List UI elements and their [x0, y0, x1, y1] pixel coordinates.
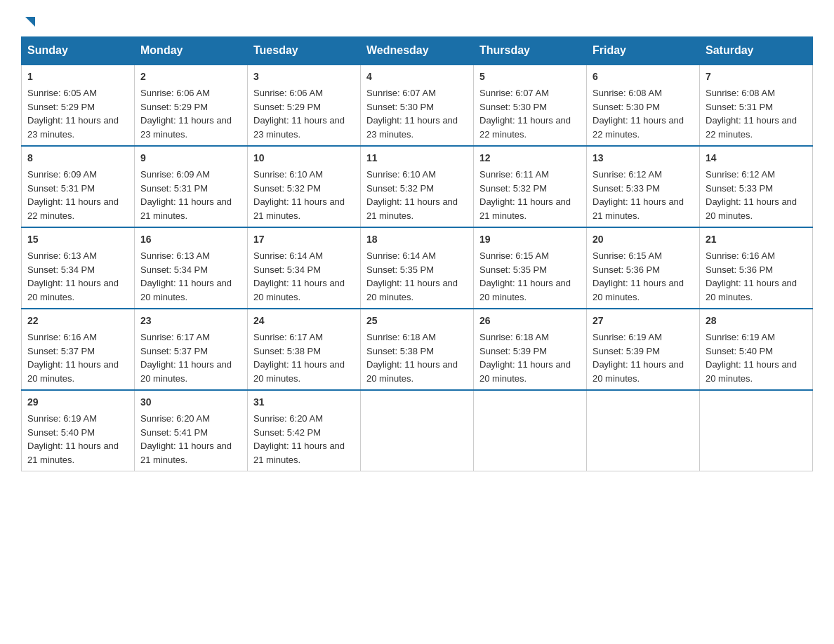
calendar-cell: 10 Sunrise: 6:10 AM Sunset: 5:32 PM Dayl… [248, 146, 361, 227]
day-number: 1 [27, 69, 128, 84]
calendar-cell: 1 Sunrise: 6:05 AM Sunset: 5:29 PM Dayli… [22, 65, 135, 146]
sunset-label: Sunset: 5:29 PM [27, 102, 95, 112]
day-number: 9 [140, 151, 241, 166]
calendar-cell: 2 Sunrise: 6:06 AM Sunset: 5:29 PM Dayli… [135, 65, 248, 146]
calendar-cell: 28 Sunrise: 6:19 AM Sunset: 5:40 PM Dayl… [700, 309, 813, 390]
day-number: 20 [593, 232, 694, 247]
day-number: 8 [27, 151, 128, 166]
calendar-week-row: 22 Sunrise: 6:16 AM Sunset: 5:37 PM Dayl… [22, 309, 813, 390]
calendar-cell: 6 Sunrise: 6:08 AM Sunset: 5:30 PM Dayli… [587, 65, 700, 146]
calendar-cell: 16 Sunrise: 6:13 AM Sunset: 5:34 PM Dayl… [135, 227, 248, 309]
sunrise-label: Sunrise: 6:17 AM [253, 332, 323, 342]
day-number: 7 [706, 69, 807, 84]
sunset-label: Sunset: 5:30 PM [479, 102, 547, 112]
calendar-table: SundayMondayTuesdayWednesdayThursdayFrid… [21, 36, 813, 471]
sunset-label: Sunset: 5:39 PM [593, 346, 660, 356]
sunrise-label: Sunrise: 6:09 AM [27, 169, 97, 180]
sunset-label: Sunset: 5:38 PM [253, 346, 321, 356]
daylight-label: Daylight: 11 hours and 20 minutes. [706, 278, 797, 302]
daylight-label: Daylight: 11 hours and 21 minutes. [27, 441, 119, 465]
sunrise-label: Sunrise: 6:15 AM [593, 250, 662, 261]
calendar-cell: 11 Sunrise: 6:10 AM Sunset: 5:32 PM Dayl… [361, 146, 474, 227]
sunrise-label: Sunrise: 6:17 AM [140, 332, 210, 342]
sunrise-label: Sunrise: 6:19 AM [27, 413, 97, 424]
sunrise-label: Sunrise: 6:05 AM [27, 88, 97, 98]
sunrise-label: Sunrise: 6:07 AM [366, 88, 436, 98]
daylight-label: Daylight: 11 hours and 22 minutes. [706, 115, 797, 140]
daylight-label: Daylight: 11 hours and 21 minutes. [253, 196, 345, 221]
daylight-label: Daylight: 11 hours and 21 minutes. [253, 441, 345, 465]
daylight-label: Daylight: 11 hours and 20 minutes. [479, 359, 571, 384]
sunrise-label: Sunrise: 6:09 AM [140, 169, 210, 180]
day-number: 13 [593, 151, 694, 166]
sunrise-label: Sunrise: 6:19 AM [706, 332, 775, 342]
sunset-label: Sunset: 5:31 PM [27, 183, 95, 194]
day-number: 31 [253, 395, 355, 410]
calendar-cell: 25 Sunrise: 6:18 AM Sunset: 5:38 PM Dayl… [361, 309, 474, 390]
calendar-cell: 22 Sunrise: 6:16 AM Sunset: 5:37 PM Dayl… [22, 309, 135, 390]
sunset-label: Sunset: 5:41 PM [140, 427, 208, 438]
calendar-week-row: 8 Sunrise: 6:09 AM Sunset: 5:31 PM Dayli… [22, 146, 813, 227]
daylight-label: Daylight: 11 hours and 20 minutes. [366, 359, 458, 384]
day-number: 11 [366, 151, 468, 166]
calendar-cell: 23 Sunrise: 6:17 AM Sunset: 5:37 PM Dayl… [135, 309, 248, 390]
daylight-label: Daylight: 11 hours and 20 minutes. [253, 278, 345, 302]
daylight-label: Daylight: 11 hours and 20 minutes. [479, 278, 571, 302]
day-number: 29 [27, 395, 128, 410]
daylight-label: Daylight: 11 hours and 20 minutes. [593, 278, 684, 302]
sunset-label: Sunset: 5:35 PM [366, 264, 434, 275]
sunset-label: Sunset: 5:35 PM [479, 264, 547, 275]
sunrise-label: Sunrise: 6:15 AM [479, 250, 549, 261]
sunset-label: Sunset: 5:39 PM [479, 346, 547, 356]
calendar-cell: 8 Sunrise: 6:09 AM Sunset: 5:31 PM Dayli… [22, 146, 135, 227]
day-number: 23 [140, 314, 241, 328]
daylight-label: Daylight: 11 hours and 20 minutes. [366, 278, 458, 302]
daylight-label: Daylight: 11 hours and 22 minutes. [479, 115, 571, 140]
header-friday: Friday [587, 37, 700, 65]
calendar-cell: 12 Sunrise: 6:11 AM Sunset: 5:32 PM Dayl… [474, 146, 587, 227]
sunset-label: Sunset: 5:33 PM [706, 183, 773, 194]
sunset-label: Sunset: 5:34 PM [140, 264, 208, 275]
daylight-label: Daylight: 11 hours and 20 minutes. [593, 359, 684, 384]
sunset-label: Sunset: 5:36 PM [706, 264, 773, 275]
sunset-label: Sunset: 5:30 PM [593, 102, 660, 112]
day-number: 25 [366, 314, 468, 328]
day-number: 6 [593, 69, 694, 84]
day-number: 5 [479, 69, 581, 84]
sunrise-label: Sunrise: 6:13 AM [140, 250, 210, 261]
day-number: 2 [140, 69, 241, 84]
header-thursday: Thursday [474, 37, 587, 65]
daylight-label: Daylight: 11 hours and 20 minutes. [140, 359, 232, 384]
daylight-label: Daylight: 11 hours and 23 minutes. [140, 115, 232, 140]
calendar-cell: 31 Sunrise: 6:20 AM Sunset: 5:42 PM Dayl… [248, 390, 361, 471]
sunrise-label: Sunrise: 6:10 AM [366, 169, 436, 180]
calendar-cell: 18 Sunrise: 6:14 AM Sunset: 5:35 PM Dayl… [361, 227, 474, 309]
logo-triangle-icon [22, 14, 38, 29]
day-number: 12 [479, 151, 581, 166]
day-number: 30 [140, 395, 241, 410]
calendar-cell: 19 Sunrise: 6:15 AM Sunset: 5:35 PM Dayl… [474, 227, 587, 309]
daylight-label: Daylight: 11 hours and 21 minutes. [366, 196, 458, 221]
sunrise-label: Sunrise: 6:16 AM [706, 250, 775, 261]
sunset-label: Sunset: 5:29 PM [140, 102, 208, 112]
calendar-cell: 9 Sunrise: 6:09 AM Sunset: 5:31 PM Dayli… [135, 146, 248, 227]
day-number: 22 [27, 314, 128, 328]
sunset-label: Sunset: 5:40 PM [706, 346, 773, 356]
calendar-cell: 15 Sunrise: 6:13 AM Sunset: 5:34 PM Dayl… [22, 227, 135, 309]
calendar-cell: 27 Sunrise: 6:19 AM Sunset: 5:39 PM Dayl… [587, 309, 700, 390]
sunrise-label: Sunrise: 6:16 AM [27, 332, 97, 342]
sunset-label: Sunset: 5:32 PM [253, 183, 321, 194]
svg-marker-0 [25, 17, 35, 27]
daylight-label: Daylight: 11 hours and 23 minutes. [27, 115, 119, 140]
sunset-label: Sunset: 5:38 PM [366, 346, 434, 356]
day-number: 21 [706, 232, 807, 247]
calendar-week-row: 15 Sunrise: 6:13 AM Sunset: 5:34 PM Dayl… [22, 227, 813, 309]
header-wednesday: Wednesday [361, 37, 474, 65]
daylight-label: Daylight: 11 hours and 20 minutes. [140, 278, 232, 302]
sunset-label: Sunset: 5:31 PM [706, 102, 773, 112]
day-number: 14 [706, 151, 807, 166]
sunrise-label: Sunrise: 6:20 AM [253, 413, 323, 424]
sunrise-label: Sunrise: 6:08 AM [593, 88, 662, 98]
sunrise-label: Sunrise: 6:13 AM [27, 250, 97, 261]
calendar-cell: 5 Sunrise: 6:07 AM Sunset: 5:30 PM Dayli… [474, 65, 587, 146]
